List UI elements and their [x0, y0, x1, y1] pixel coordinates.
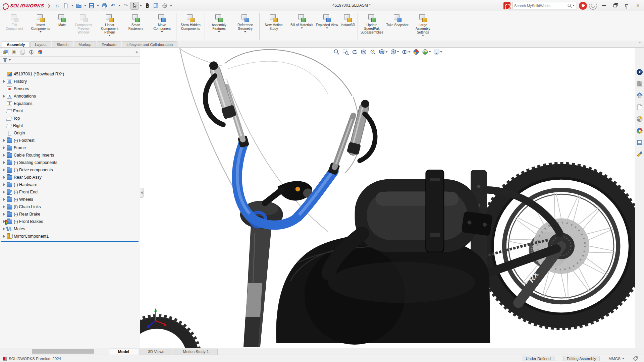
search-box[interactable]: [513, 2, 577, 9]
expand-arrow-icon[interactable]: [2, 161, 6, 164]
tree-item-footrest[interactable]: (-) Footrest: [0, 137, 140, 144]
menu-expand-icon[interactable]: ❯: [47, 3, 50, 8]
redo-icon[interactable]: ↷: [122, 2, 130, 10]
solidworks-badge-icon[interactable]: [503, 2, 511, 9]
panel-resize-spacer[interactable]: [32, 349, 94, 354]
ribbon-button-exploded-view[interactable]: Exploded View: [315, 12, 339, 41]
options-icon[interactable]: [161, 2, 169, 10]
pane-toggle-icon[interactable]: [152, 2, 160, 10]
tree-item-rear-brake[interactable]: (-) Rear Brake: [0, 210, 140, 218]
expand-arrow-icon[interactable]: [2, 176, 6, 179]
units-caret-icon[interactable]: [622, 358, 624, 359]
ribbon-button-linear-component-pattern[interactable]: Linear Component Pattern: [97, 12, 123, 41]
ribbon-button-large-assembly-settings[interactable]: Large Assembly Settings: [410, 12, 436, 41]
hide-show-items-icon[interactable]: [401, 49, 410, 55]
expand-arrow-icon[interactable]: [2, 205, 6, 208]
tab-evaluate[interactable]: Evaluate: [97, 41, 121, 47]
expand-arrow-icon[interactable]: [2, 95, 6, 98]
model-scene[interactable]: RX: [140, 48, 635, 348]
panel-collapse-handle[interactable]: [140, 188, 144, 198]
filter-funnel-icon[interactable]: [3, 58, 7, 62]
expand-arrow-icon[interactable]: [2, 191, 6, 193]
tree-root-assembly[interactable]: 45197001 (*Bowhead RX*): [0, 70, 140, 78]
hide-show-caret-icon[interactable]: [408, 51, 410, 53]
tree-item-cable-routing-inserts[interactable]: Cable Routing Inserts: [0, 152, 140, 159]
bottom-tab-motion-study-1[interactable]: Motion Study 1: [174, 349, 218, 355]
zoom-fit-icon[interactable]: [333, 49, 340, 55]
tab-assembly[interactable]: Assembly: [2, 41, 30, 47]
tab-sketch[interactable]: Sketch: [52, 41, 73, 47]
tree-item-right[interactable]: Right: [0, 122, 140, 129]
ribbon-button-assembly-features[interactable]: Assembly Features: [206, 12, 232, 41]
tab-layout[interactable]: Layout: [30, 41, 51, 47]
expand-arrow-icon[interactable]: [2, 228, 6, 230]
tree-item-rear-sub-assy[interactable]: Rear Sub Assy: [0, 174, 140, 181]
view-settings-caret-icon[interactable]: [440, 51, 442, 53]
tree-item-mates[interactable]: Mates: [0, 225, 140, 233]
ribbon-button-bill-of-materials[interactable]: Bill of Materials: [289, 12, 315, 41]
ribbon-button-new-motion-study[interactable]: New Motion Study: [261, 12, 287, 41]
ribbon-button-mate[interactable]: Mate: [54, 12, 70, 41]
previous-view-icon[interactable]: [351, 49, 358, 55]
tree-item-f-chain-links[interactable]: (f) Chain Links: [0, 203, 140, 210]
ribbon-button-update-speedpak-subassemblies[interactable]: Update SpeedPak Subassemblies: [359, 12, 385, 41]
cam-icon[interactable]: [636, 150, 643, 158]
tree-item-sensors[interactable]: Sensors: [0, 85, 140, 93]
dimxpertmanager-icon[interactable]: [28, 49, 35, 55]
search-caret-icon[interactable]: [573, 5, 575, 6]
expand-arrow-icon[interactable]: [2, 183, 6, 186]
heart-badge-icon[interactable]: [579, 2, 587, 10]
tree-item-equations[interactable]: Equations: [0, 100, 140, 107]
search-input[interactable]: [514, 4, 567, 8]
restore-icon[interactable]: [610, 2, 620, 10]
resources-icon[interactable]: [636, 68, 643, 75]
bottom-tab-3d-views[interactable]: 3D Views: [139, 349, 173, 355]
chevron-right-icon[interactable]: »: [136, 50, 138, 54]
zoom-area-icon[interactable]: [342, 49, 349, 55]
view-orientation-icon[interactable]: [378, 49, 387, 55]
tree-item-annotations[interactable]: Annotations: [0, 93, 140, 100]
minimize-icon[interactable]: [599, 2, 608, 10]
edit-appearance-icon[interactable]: [413, 49, 419, 55]
select-arrow-icon[interactable]: [130, 2, 139, 10]
close-icon[interactable]: ×: [633, 2, 643, 10]
options-caret-icon[interactable]: [170, 5, 172, 6]
strap-buckle-model[interactable]: [461, 211, 493, 236]
ribbon-button-insert-components[interactable]: Insert Components: [28, 12, 54, 41]
tree-item-front[interactable]: Front: [0, 107, 140, 115]
undo-caret-icon[interactable]: [118, 5, 120, 6]
ribbon-button-show-hidden-components[interactable]: Show Hidden Components: [177, 12, 204, 41]
traffic-light-icon[interactable]: [143, 2, 151, 10]
graphics-area[interactable]: RX: [140, 48, 635, 348]
tree-item-front-end[interactable]: (-) Front End: [0, 188, 140, 196]
tree-item-origin[interactable]: Origin: [0, 129, 140, 137]
apply-scene-caret-icon[interactable]: [429, 51, 431, 53]
tree-item-frame[interactable]: Frame: [0, 144, 140, 152]
open-icon[interactable]: [75, 2, 83, 10]
tree-item-mirrorcomponent1[interactable]: MirrorComponent1: [0, 233, 140, 240]
displaymanager-icon[interactable]: [37, 49, 43, 55]
ribbon-button-move-component[interactable]: Move Component: [149, 12, 175, 41]
display-style-caret-icon[interactable]: [397, 51, 399, 53]
compass-icon[interactable]: [589, 2, 597, 10]
backrest-strap-model[interactable]: [426, 170, 444, 252]
tree-item-history[interactable]: History: [0, 78, 140, 85]
configurationmanager-icon[interactable]: [19, 49, 26, 55]
undo-icon[interactable]: ↶: [109, 2, 117, 10]
dynamic-annotation-views-icon[interactable]: [369, 49, 376, 55]
tree-item-top[interactable]: Top: [0, 115, 140, 122]
tab-markup[interactable]: Markup: [74, 41, 96, 47]
file-explorer-icon[interactable]: [636, 92, 643, 99]
ribbon-button-take-snapshot[interactable]: Take Snapshot: [385, 12, 410, 41]
open-caret-icon[interactable]: [84, 5, 86, 6]
expand-arrow-icon[interactable]: [2, 235, 6, 238]
home-icon[interactable]: ⌂: [53, 2, 61, 10]
collapse-ribbon-icon[interactable]: ⌃: [639, 42, 641, 45]
propertymanager-icon[interactable]: [11, 49, 17, 55]
rollback-bar[interactable]: [1, 241, 139, 242]
custom-properties-icon[interactable]: [636, 127, 643, 134]
addins-icon[interactable]: [636, 139, 643, 146]
tree-item-wheels[interactable]: (-) Wheels: [0, 196, 140, 203]
bottom-tab-model[interactable]: Model: [109, 349, 138, 355]
tab-lifecycle-and-collaboration[interactable]: Lifecycle and Collaboration: [122, 41, 177, 47]
